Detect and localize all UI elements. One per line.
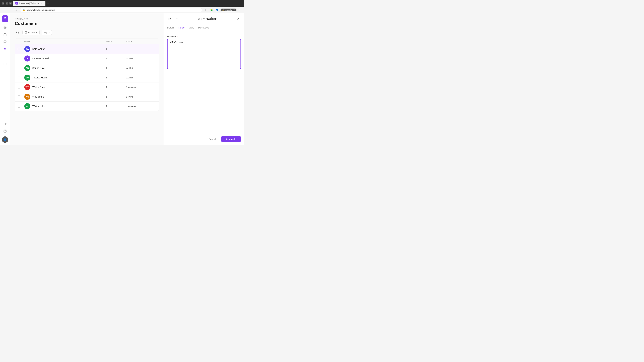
state-cell: Completed xyxy=(126,105,156,108)
panel-left-actions xyxy=(167,16,179,21)
back-btn[interactable]: ← xyxy=(2,8,7,12)
new-note-label: New note* xyxy=(167,35,241,38)
checkbox-input[interactable] xyxy=(18,95,20,98)
tab-favicon: W xyxy=(16,2,18,4)
customer-name: Jessica Moon xyxy=(32,76,47,79)
sidebar-item-settings[interactable] xyxy=(2,61,8,67)
close-btn[interactable]: ✕ xyxy=(10,2,12,4)
customer-avatar: SW xyxy=(24,46,30,52)
maximize-btn[interactable]: □ xyxy=(6,2,8,4)
visits-cell: 2 xyxy=(106,57,126,60)
more-options-button[interactable] xyxy=(174,16,179,21)
nav-right: ☆ 🧩 👤 🕵 Incognito (2) ⋮ xyxy=(204,8,242,12)
lock-icon: 🔒 xyxy=(23,9,25,11)
address-bar[interactable]: 🔒 new.waitwhile.com/customers xyxy=(20,8,202,12)
table-row[interactable]: SD Sarina Dale 1 Waitlist xyxy=(15,63,159,73)
main-content: Moodjoy7434 Customers All time ▾ Any ▾ N… xyxy=(10,13,164,145)
customer-name-cell: SD Sarina Dale xyxy=(24,65,106,71)
add-note-button[interactable]: Add note xyxy=(221,136,241,142)
checkbox-input[interactable] xyxy=(18,105,20,108)
cancel-button[interactable]: Cancel xyxy=(205,136,219,142)
browser-chrome: ─ □ ✕ W Customers | Waitwhile ✕ + xyxy=(0,0,244,7)
row-checkbox[interactable] xyxy=(18,105,24,108)
new-note-textarea[interactable]: VIP Customer xyxy=(167,39,241,69)
tab-details[interactable]: Details xyxy=(167,24,174,31)
row-checkbox[interactable] xyxy=(18,57,24,60)
sidebar-item-chat[interactable] xyxy=(2,38,8,45)
svg-point-16 xyxy=(176,18,176,19)
profile-btn[interactable]: 👤 xyxy=(215,8,220,12)
any-chevron-icon: ▾ xyxy=(48,31,50,34)
row-checkbox[interactable] xyxy=(18,86,24,88)
state-cell: Waitlist xyxy=(126,76,156,79)
extensions-btn[interactable]: 🧩 xyxy=(209,8,214,12)
customer-avatar: WD xyxy=(24,84,30,90)
visits-cell: 1 xyxy=(106,48,126,50)
customer-name-cell: JM Jessica Moon xyxy=(24,75,106,81)
checkbox-input[interactable] xyxy=(18,76,20,79)
row-checkbox[interactable] xyxy=(18,76,24,79)
customer-avatar: SD xyxy=(24,65,30,71)
panel-tabs: Details Notes Visits Messages xyxy=(164,24,244,31)
url-text: new.waitwhile.com/customers xyxy=(26,9,55,11)
table-row[interactable]: WY Wee Young 1 Serving xyxy=(15,92,159,102)
bookmark-btn[interactable]: ☆ xyxy=(204,8,208,12)
table-row[interactable]: WL Walter Luke 1 Completed xyxy=(15,102,159,111)
nav-bar: ← → ↻ 🔒 new.waitwhile.com/customers ☆ 🧩 … xyxy=(0,7,244,13)
app-layout: M 👤 Moodjoy7434 xyxy=(0,13,244,145)
customer-name-cell: WD Wlater Drake xyxy=(24,84,106,90)
any-filter[interactable]: Any ▾ xyxy=(42,30,52,35)
table-header: NAME VISITS STATE xyxy=(15,39,159,44)
menu-btn[interactable]: ⋮ xyxy=(238,8,242,12)
panel-close-button[interactable]: ✕ xyxy=(236,16,241,21)
search-button[interactable] xyxy=(15,29,20,35)
edit-button[interactable] xyxy=(167,16,172,21)
checkbox-input[interactable] xyxy=(18,48,20,50)
refresh-btn[interactable]: ↻ xyxy=(14,8,19,12)
tab-close-btn[interactable]: ✕ xyxy=(40,2,43,5)
svg-point-10 xyxy=(4,130,6,133)
checkbox-input[interactable] xyxy=(18,86,20,88)
forward-btn[interactable]: → xyxy=(8,8,13,12)
tab-bar: W Customers | Waitwhile ✕ + xyxy=(13,1,242,6)
customer-name: Sam Walter xyxy=(32,48,44,50)
tab-visits[interactable]: Visits xyxy=(188,24,194,31)
col-visits: VISITS xyxy=(106,40,126,42)
all-time-filter[interactable]: All time ▾ xyxy=(22,30,40,35)
checkbox-input[interactable] xyxy=(18,67,20,69)
side-panel: Sam Walter ✕ Details Notes Visits Messag… xyxy=(164,13,244,145)
sidebar-logo: M xyxy=(2,15,8,22)
col-state: STATE xyxy=(126,40,156,42)
sidebar-item-help[interactable] xyxy=(2,128,8,134)
visits-cell: 1 xyxy=(106,67,126,69)
new-tab-btn[interactable]: + xyxy=(46,1,50,5)
row-checkbox[interactable] xyxy=(18,48,24,50)
all-time-label: All time xyxy=(28,31,35,34)
sidebar-item-analytics[interactable] xyxy=(2,53,8,60)
svg-rect-14 xyxy=(25,31,27,33)
avatar-initials: 👤 xyxy=(2,136,8,143)
customer-name: Wee Young xyxy=(32,95,44,98)
table-row[interactable]: JM Jessica Moon 1 Waitlist xyxy=(15,73,159,82)
tab-title: Customers | Waitwhile xyxy=(19,2,39,4)
row-checkbox[interactable] xyxy=(18,67,24,69)
customer-avatar: WL xyxy=(24,103,30,109)
table-row[interactable]: LC Lauren Cris Deli 2 Waitlist xyxy=(15,54,159,63)
user-avatar[interactable]: 👤 xyxy=(2,136,8,143)
new-note-group: New note* VIP Customer xyxy=(167,35,241,69)
sidebar-item-flash[interactable] xyxy=(2,120,8,127)
minimize-btn[interactable]: ─ xyxy=(2,2,4,4)
active-tab[interactable]: W Customers | Waitwhile ✕ xyxy=(13,1,46,6)
table-row[interactable]: WD Wlater Drake 1 Completed xyxy=(15,82,159,92)
svg-point-18 xyxy=(177,18,178,19)
customer-name-cell: LC Lauren Cris Deli xyxy=(24,55,106,61)
all-time-chevron-icon: ▾ xyxy=(36,31,38,34)
table-row[interactable]: SW Sam Walter 1 xyxy=(15,44,159,54)
sidebar-item-home[interactable] xyxy=(2,24,8,30)
checkbox-input[interactable] xyxy=(18,57,20,60)
sidebar-item-calendar[interactable] xyxy=(2,31,8,38)
row-checkbox[interactable] xyxy=(18,95,24,98)
tab-notes[interactable]: Notes xyxy=(178,24,185,31)
sidebar-item-customers[interactable] xyxy=(2,46,8,53)
tab-messages[interactable]: Messages xyxy=(198,24,209,31)
